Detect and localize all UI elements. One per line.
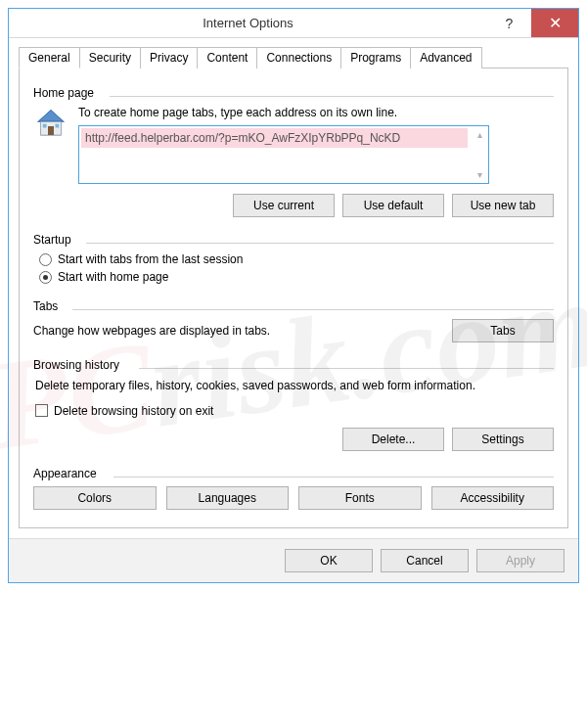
delete-button[interactable]: Delete...	[342, 428, 444, 451]
history-settings-button[interactable]: Settings	[452, 428, 554, 451]
startup-option-home-page[interactable]: Start with home page	[39, 270, 554, 284]
tabs-group: Tabs Change how webpages are displayed i…	[33, 299, 554, 342]
cancel-button[interactable]: Cancel	[381, 549, 469, 572]
tab-connections[interactable]: Connections	[256, 47, 341, 68]
homepage-url-text: http://feed.helperbar.com/?p=mKO_AwFzXIp…	[81, 128, 468, 148]
use-current-button[interactable]: Use current	[233, 194, 335, 217]
scroll-down-icon[interactable]: ▾	[477, 169, 482, 180]
checkbox-icon	[35, 404, 48, 417]
browsing-history-group: Browsing history Delete temporary files,…	[33, 358, 554, 451]
appearance-group: Appearance Colors Languages Fonts Access…	[33, 467, 554, 510]
radio-icon	[39, 271, 52, 284]
tab-general[interactable]: General	[19, 47, 80, 68]
radio-icon	[39, 253, 52, 266]
tabs-description: Change how webpages are displayed in tab…	[33, 324, 270, 338]
tab-advanced[interactable]: Advanced	[410, 47, 481, 68]
dialog-button-row: OK Cancel Apply	[9, 538, 578, 582]
delete-on-exit-checkbox[interactable]: Delete browsing history on exit	[35, 404, 554, 418]
titlebar-buttons: ? ✕	[487, 9, 578, 37]
window-title: Internet Options	[9, 16, 487, 30]
ok-button[interactable]: OK	[285, 549, 373, 572]
svg-rect-3	[48, 126, 54, 135]
tab-panel-general: Home page To create h	[19, 68, 568, 528]
use-new-tab-button[interactable]: Use new tab	[452, 194, 554, 217]
help-button[interactable]: ?	[487, 9, 531, 37]
homepage-url-input[interactable]: http://feed.helperbar.com/?p=mKO_AwFzXIp…	[78, 125, 489, 184]
close-button[interactable]: ✕	[531, 9, 578, 37]
url-scrollbar[interactable]: ▴ ▾	[472, 127, 487, 182]
titlebar: Internet Options ? ✕	[9, 9, 578, 38]
accessibility-button[interactable]: Accessibility	[431, 486, 555, 510]
tab-security[interactable]: Security	[79, 47, 141, 68]
tab-privacy[interactable]: Privacy	[140, 47, 198, 68]
internet-options-window: Internet Options ? ✕ General Security Pr…	[8, 8, 579, 583]
home-icon	[33, 106, 68, 144]
homepage-description: To create home page tabs, type each addr…	[78, 106, 554, 119]
content-area: General Security Privacy Content Connect…	[9, 38, 578, 538]
fonts-button[interactable]: Fonts	[298, 486, 422, 510]
apply-button: Apply	[476, 549, 564, 572]
use-default-button[interactable]: Use default	[342, 194, 444, 217]
homepage-group: Home page To create h	[33, 86, 554, 217]
colors-button[interactable]: Colors	[33, 486, 157, 510]
languages-button[interactable]: Languages	[166, 486, 290, 510]
homepage-legend: Home page	[33, 86, 554, 100]
svg-rect-4	[43, 124, 47, 128]
tabs-legend: Tabs	[33, 299, 554, 313]
svg-marker-2	[39, 111, 63, 121]
startup-legend: Startup	[33, 233, 554, 247]
startup-option-last-session[interactable]: Start with tabs from the last session	[39, 252, 554, 266]
startup-group: Startup Start with tabs from the last se…	[33, 233, 554, 284]
tab-programs[interactable]: Programs	[340, 47, 411, 68]
tab-content[interactable]: Content	[197, 47, 257, 68]
startup-option1-label: Start with tabs from the last session	[58, 252, 243, 266]
tabs-button[interactable]: Tabs	[452, 319, 554, 342]
history-legend: Browsing history	[33, 358, 554, 372]
scroll-up-icon[interactable]: ▴	[477, 129, 482, 140]
appearance-legend: Appearance	[33, 467, 554, 480]
delete-on-exit-label: Delete browsing history on exit	[54, 404, 213, 418]
startup-option2-label: Start with home page	[58, 270, 168, 284]
svg-rect-5	[56, 124, 60, 128]
tab-strip: General Security Privacy Content Connect…	[19, 46, 568, 68]
history-description: Delete temporary files, history, cookies…	[35, 378, 554, 394]
